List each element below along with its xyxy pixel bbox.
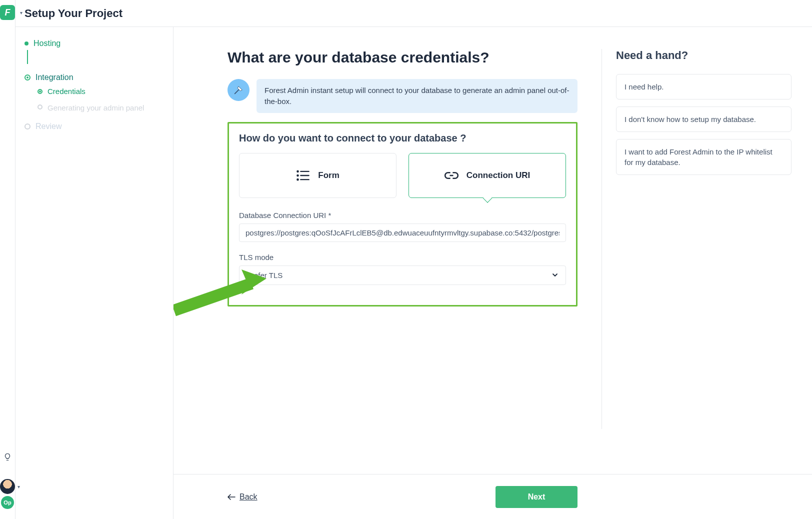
svg-point-5 — [298, 179, 298, 180]
tab-connection-uri[interactable]: Connection URI — [408, 153, 566, 198]
help-option-setup-db[interactable]: I don't know how to setup my database. — [616, 106, 792, 132]
step-connector — [27, 50, 28, 64]
app-logo[interactable]: F — [0, 5, 15, 20]
connect-subheading: How do you want to connect to your datab… — [239, 132, 566, 144]
tab-uri-label: Connection URI — [466, 170, 530, 180]
connection-highlight-box: How do you want to connect to your datab… — [228, 122, 578, 306]
chevron-down-icon — [552, 272, 558, 278]
step-dot-active — [24, 74, 30, 80]
back-label: Back — [240, 492, 258, 502]
help-heading: Need a hand? — [616, 49, 792, 62]
wizard-footer: Back Next — [174, 474, 812, 519]
logo-dropdown-caret[interactable]: ▾ — [20, 10, 22, 16]
tls-mode-select[interactable]: Prefer TLS — [239, 266, 566, 285]
tab-form[interactable]: Form — [239, 153, 396, 198]
step-dot-done — [24, 42, 28, 46]
next-button[interactable]: Next — [496, 486, 578, 508]
sidebar-step-hosting[interactable]: Hosting — [34, 39, 60, 48]
logo-letter: F — [5, 8, 10, 18]
tls-mode-value: Prefer TLS — [246, 271, 282, 280]
axe-icon — [228, 79, 250, 101]
substep-dot-pending — [38, 104, 42, 110]
help-option-ip-whitelist[interactable]: I want to add Forest Admin to the IP whi… — [616, 139, 792, 175]
list-icon — [296, 170, 310, 182]
help-option-need-help[interactable]: I need help. — [616, 74, 792, 100]
main-heading: What are your database credentials? — [228, 49, 578, 66]
svg-point-1 — [298, 170, 298, 172]
connection-uri-input[interactable] — [239, 224, 566, 242]
sidebar-substep-generating: Generating your admin panel — [48, 102, 144, 113]
lightbulb-icon[interactable] — [3, 452, 12, 464]
sidebar-step-review: Review — [36, 122, 62, 131]
back-button[interactable]: Back — [228, 492, 258, 502]
left-rail: F ▾ ▾ Op — [0, 0, 16, 519]
info-banner: Forest Admin instant setup will connect … — [256, 79, 578, 113]
avatar-dropdown-caret[interactable]: ▾ — [18, 484, 20, 490]
substep-dot-active — [38, 89, 42, 94]
uri-field-label: Database Connection URI * — [239, 211, 566, 220]
tab-form-label: Form — [318, 170, 340, 180]
user-avatar[interactable]: ▾ — [0, 479, 15, 494]
op-badge: Op — [1, 496, 14, 509]
tls-field-label: TLS mode — [239, 253, 566, 262]
wizard-sidebar: Hosting Integration Credentials — [16, 27, 174, 519]
step-dot-pending — [24, 124, 30, 130]
page-header: Setup Your Project — [16, 0, 812, 27]
sidebar-substep-credentials[interactable]: Credentials — [48, 87, 86, 96]
sidebar-step-integration[interactable]: Integration — [36, 73, 74, 82]
link-icon — [444, 170, 458, 182]
svg-point-3 — [298, 174, 298, 176]
arrow-left-icon — [228, 494, 236, 500]
page-title: Setup Your Project — [24, 7, 122, 20]
help-panel: Need a hand? I need help. I don't know h… — [602, 49, 792, 429]
